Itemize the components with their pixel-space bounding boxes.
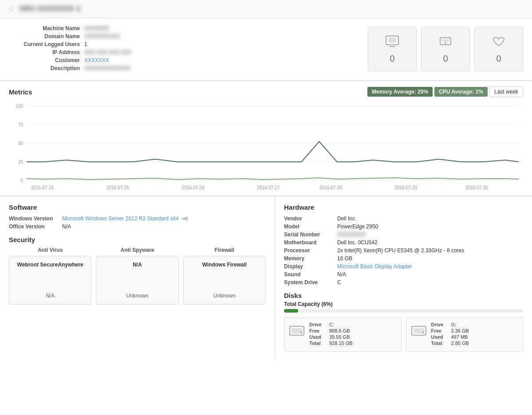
metrics-title: Metrics [9,88,32,96]
memory-label: Memory [284,255,337,262]
disk-capacity-label: Total Capacity (6%) [284,301,523,307]
logged-users-value: 1 [84,41,87,47]
svg-text:2016-07-24: 2016-07-24 [31,185,54,190]
svg-text:75: 75 [18,122,24,127]
period-badge[interactable]: Last week [489,86,523,97]
svg-text:100: 100 [16,104,23,109]
star-icon[interactable]: ☆ [7,4,15,14]
windows-version-label: Windows Version [9,215,62,222]
metric-icon-0 [385,35,399,50]
info-section: Machine Name XXXXXXX Domain Name XXXXXXX… [0,18,532,81]
firewall-name: Windows Firewall [202,262,247,268]
metric-icon-2 [492,35,506,50]
firewall-label: Firewall [183,247,266,253]
antivirus-status: N/A [46,293,55,299]
disk-g-drive-label: Drive [431,322,451,327]
office-version-value: N/A [62,223,71,230]
disk-c-free-value: 888.6 GB [329,328,350,333]
motherboard-value: Dell Inc. 0CU542 [337,239,378,246]
metric-count-0: 0 [390,54,394,64]
office-version-label: Office Version [9,223,62,230]
disk-g-info: Drive G: Free 2.36 GB Used 497 MB Total … [431,322,469,347]
software-title: Software [9,204,266,211]
main-content: Software Windows Version Microsoft Windo… [0,196,532,359]
windows-version-icon: ⇒0 [181,216,188,222]
metrics-section: Metrics Memory Average: 20% CPU Average:… [0,81,532,196]
metric-card-2[interactable]: 0 [474,27,523,71]
metric-count-2: 0 [496,54,501,64]
disk-c-total-label: Total [309,341,329,346]
svg-text:2016-07-25: 2016-07-25 [106,185,129,190]
svg-point-6 [445,42,446,44]
disk-c-used-value: 39.55 GB [329,334,350,340]
right-panel: Hardware Vendor Dell Inc. Model PowerEdg… [275,196,532,359]
svg-rect-1 [389,38,396,43]
disk-card-g: Drive G: Free 2.36 GB Used 497 MB Total … [406,317,524,352]
disk-c-used-label: Used [309,334,329,340]
disk-g-used-label: Used [431,334,451,340]
logged-users-label: Current Logged Users [9,41,80,47]
disk-g-total-label: Total [431,341,451,346]
svg-rect-5 [442,39,449,41]
memory-badge[interactable]: Memory Average: 20% [367,87,433,97]
disk-cards: Drive C: Free 888.6 GB Used 39.55 GB Tot… [284,317,523,352]
svg-point-26 [300,332,302,333]
firewall-card: Windows Firewall Unknown [183,256,266,305]
model-label: Model [284,223,337,230]
disk-progress-bar [284,309,523,313]
disk-g-used-value: 497 MB [451,334,468,340]
ip-address-label: IP Address [9,49,80,55]
disks-title: Disks [284,292,523,299]
vendor-value: Dell Inc. [337,215,356,222]
antispyware-label: Anti Spyware [96,247,178,253]
customer-value[interactable]: XXXXXXX [84,57,109,63]
customer-label: Customer [9,57,80,63]
svg-point-29 [422,332,424,333]
info-left: Machine Name XXXXXXX Domain Name XXXXXXX… [9,25,368,73]
disk-c-total-value: 928.15 GB [329,341,353,346]
svg-text:2016-07-27: 2016-07-27 [257,185,280,190]
disk-icon-c [289,324,305,341]
domain-name-value: XXXXXXXXXX [84,33,120,39]
chart-container: 100 75 50 25 0 2016-07-24 2016-07-25 201… [9,102,523,190]
description-value: XXXXXXXXXXXXX [84,65,130,71]
metric-icon-1 [438,35,453,50]
disk-card-c: Drive C: Free 888.6 GB Used 39.55 GB Tot… [284,317,402,352]
svg-text:2016-07-30: 2016-07-30 [465,185,488,190]
firewall-status: Unknown [213,293,236,299]
metric-card-0[interactable]: 0 [368,27,417,71]
top-bar: ☆ SRV-XXXXXXX-1 [0,0,532,18]
motherboard-label: Motherboard [284,239,337,246]
serial-label: Serial Number [284,231,337,238]
svg-text:2016-07-29: 2016-07-29 [394,185,417,190]
domain-name-label: Domain Name [9,33,80,39]
disk-g-total-value: 2.85 GB [451,341,469,346]
antivirus-col: Anti Virus Webroot SecureAnywhere N/A [9,247,91,305]
firewall-col: Firewall Windows Firewall Unknown [183,247,266,305]
serial-value: XXXXXXXX [337,231,366,238]
machine-title: SRV-XXXXXXX-1 [20,5,81,13]
vendor-label: Vendor [284,215,337,222]
processor-label: Processor [284,247,337,254]
antivirus-name: Webroot SecureAnywhere [17,262,83,268]
disk-g-free-label: Free [431,328,451,333]
windows-version-value[interactable]: Microsoft Windows Server 2012 R2 Standar… [62,215,179,222]
svg-text:50: 50 [18,141,24,146]
system-drive-value: C [337,279,341,286]
left-panel: Software Windows Version Microsoft Windo… [0,196,275,359]
metric-count-1: 0 [443,54,448,64]
system-drive-label: System Drive [284,279,337,286]
machine-name-label: Machine Name [9,25,80,31]
disk-c-drive-label: Drive [309,322,329,327]
antispyware-col: Anti Spyware N/A Unknown [96,247,178,305]
sound-value: N/A [337,271,346,278]
antispyware-card: N/A Unknown [96,256,178,305]
security-title: Security [9,236,266,243]
antivirus-card: Webroot SecureAnywhere N/A [9,256,91,305]
antispyware-name: N/A [133,262,142,268]
disk-progress-fill [284,309,298,313]
metric-card-1[interactable]: 0 [421,27,470,71]
antispyware-status: Unknown [126,293,148,299]
svg-text:2016-07-28: 2016-07-28 [319,185,342,190]
cpu-badge[interactable]: CPU Average: 1% [434,87,488,97]
